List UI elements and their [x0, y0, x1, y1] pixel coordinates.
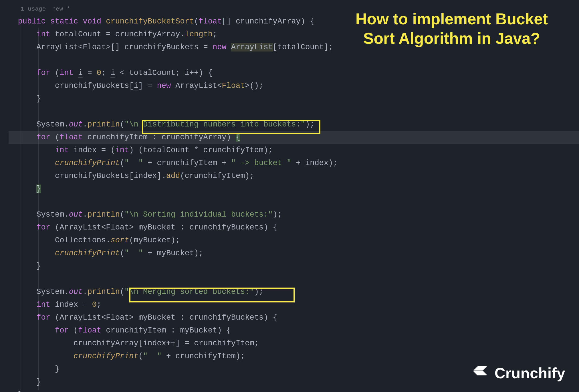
- kw-for4: for: [36, 313, 50, 322]
- println2: println: [87, 210, 120, 219]
- usage-count: 1 usage: [21, 6, 46, 12]
- var-totalcount: totalCount: [55, 30, 101, 39]
- prop-length: length: [185, 30, 213, 39]
- fn-print2: crunchifyPrint: [55, 249, 120, 258]
- fn-add: add: [166, 172, 180, 180]
- kw-for1: for: [36, 69, 50, 77]
- var-index3: index: [134, 172, 157, 180]
- cls-system3: System: [36, 288, 64, 296]
- arr-ref: crunchifyArray: [115, 30, 180, 39]
- logo-icon: [472, 365, 491, 381]
- var-mybucket1: myBucket: [138, 223, 176, 232]
- type-float: float: [199, 17, 222, 26]
- num-zero1: 0: [97, 69, 101, 77]
- kw-for2: for: [36, 133, 50, 142]
- fn-print1: crunchifyPrint: [55, 159, 120, 167]
- var-mybucket3: myBucket: [157, 249, 194, 258]
- var-mybucket2: myBucket: [134, 236, 171, 245]
- type-arraylist4: ArrayList: [60, 313, 101, 322]
- var-mybucket4: myBucket: [138, 313, 176, 322]
- var-i3: i: [134, 82, 138, 90]
- arr-ref3: crunchifyArray: [74, 339, 138, 348]
- var-buckets4: crunchifyBuckets: [189, 223, 263, 232]
- var-totalcount4: totalCount: [143, 146, 189, 155]
- type-float3: Float: [106, 223, 129, 232]
- str3: "\n Merging sorted buckets:": [124, 288, 254, 296]
- var-mybucket5: myBucket: [180, 326, 217, 335]
- cast-int: int: [115, 146, 129, 155]
- ipp: i++: [185, 69, 199, 77]
- type-arraylist: ArrayList: [36, 43, 78, 52]
- var-item7: crunchifyItem: [175, 352, 236, 361]
- kw-float2: float: [60, 133, 83, 142]
- code-editor: 1 usagenew * How to implement Bucket Sor…: [0, 0, 579, 392]
- arr-ref2: crunchifyArray: [162, 133, 227, 142]
- brace-close-hl: }: [36, 185, 41, 193]
- str-space1: " ": [124, 159, 143, 167]
- type-arraylist-hl: ArrayList: [231, 43, 273, 52]
- str-space3: " ": [143, 352, 162, 361]
- var-index5: index: [143, 339, 166, 348]
- var-item1: crunchifyItem: [87, 133, 148, 142]
- brace-open-hl: {: [236, 133, 240, 142]
- brand-logo: Crunchify: [472, 365, 565, 382]
- file-status: new *: [52, 6, 70, 12]
- type-arraylist3: ArrayList: [60, 223, 101, 232]
- type-float4: Float: [106, 313, 129, 322]
- overlay-title: How to implement Bucket Sort Algorithm i…: [342, 9, 562, 48]
- kw-for3: for: [36, 223, 50, 232]
- var-item4: crunchifyItem: [185, 172, 245, 180]
- kw-void: void: [83, 17, 101, 26]
- str1b: Distributing numbers into buckets:": [138, 120, 305, 129]
- type-arraylist2: ArrayList: [175, 82, 217, 90]
- var-i: i: [78, 69, 83, 78]
- code-block[interactable]: public static void crunchifyBucketSort(f…: [9, 15, 579, 392]
- kw-public: public: [18, 17, 45, 26]
- kw-int2: int: [60, 69, 74, 77]
- type-float-boxed: Float: [83, 43, 106, 52]
- param-array: crunchifyArray: [236, 17, 301, 26]
- kw-int: int: [36, 30, 50, 39]
- var-index4: index: [55, 300, 78, 309]
- cls-system2: System: [36, 210, 64, 219]
- var-buckets: crunchifyBuckets: [124, 43, 199, 52]
- kw-new1: new: [213, 43, 227, 52]
- kw-new2: new: [157, 82, 171, 90]
- var-index2: index: [305, 159, 328, 167]
- out3: out: [69, 288, 83, 296]
- var-item5: crunchifyItem: [106, 326, 166, 335]
- kw-for5: for: [55, 326, 69, 335]
- cls-collections: Collections: [55, 236, 106, 245]
- fn-print3: crunchifyPrint: [74, 352, 138, 361]
- out1: out: [69, 120, 83, 129]
- println3: println: [87, 288, 120, 296]
- var-item3: crunchifyItem: [157, 159, 217, 167]
- str-space2: " ": [124, 249, 143, 258]
- type-float2: Float: [222, 82, 245, 90]
- method-name: crunchifyBucketSort: [106, 17, 194, 26]
- fn-sort: sort: [110, 236, 129, 245]
- str1a: "\n: [124, 120, 138, 129]
- var-totalcount3: totalCount: [129, 69, 175, 77]
- var-item6: crunchifyItem: [194, 339, 254, 348]
- var-buckets3: crunchifyBuckets: [55, 172, 129, 180]
- kw-int4: int: [36, 300, 50, 309]
- logo-text: Crunchify: [495, 365, 565, 382]
- var-i2: i: [110, 69, 115, 78]
- num-zero2: 0: [92, 300, 97, 309]
- kw-int3: int: [55, 146, 69, 155]
- kw-float3: float: [78, 326, 101, 335]
- str2: "\n Sorting individual buckets:": [124, 210, 273, 219]
- str-arrow: " -> bucket ": [231, 159, 292, 167]
- var-totalcount2: totalCount: [277, 43, 324, 52]
- var-item2: crunchifyItem: [203, 146, 264, 155]
- kw-static: static: [50, 17, 78, 26]
- var-index1: index: [74, 146, 97, 155]
- println1: println: [87, 120, 120, 129]
- out2: out: [69, 210, 83, 219]
- var-buckets2: crunchifyBuckets: [55, 82, 129, 90]
- cls-system1: System: [36, 120, 64, 129]
- var-buckets5: crunchifyBuckets: [189, 313, 263, 322]
